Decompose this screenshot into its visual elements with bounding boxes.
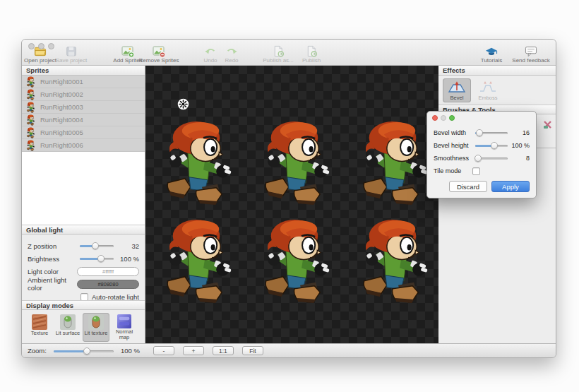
discard-button[interactable]: Discard bbox=[449, 181, 487, 192]
sprite-name: RunRight0005 bbox=[40, 129, 83, 136]
remove-sprites-icon bbox=[152, 45, 166, 57]
bevel-height-row: Bevel height 100 % bbox=[434, 139, 530, 152]
z-position-slider[interactable] bbox=[80, 241, 114, 251]
desktop: Open project Save project Add Sprites Re… bbox=[0, 0, 579, 392]
sprite-name: RunRight0003 bbox=[40, 103, 83, 111]
add-sprites-icon bbox=[121, 45, 135, 57]
canvas-sprite bbox=[357, 217, 436, 306]
toolbar-label: Redo bbox=[225, 57, 238, 64]
emboss-icon bbox=[479, 80, 497, 94]
zoom-slider[interactable] bbox=[54, 346, 114, 356]
sprite-list-item[interactable]: RunRight0005 bbox=[22, 126, 145, 139]
sprite-list-item[interactable]: RunRight0004 bbox=[22, 114, 145, 126]
mode-texture-button[interactable]: Texture bbox=[26, 313, 53, 342]
toolbar-label: Save project bbox=[56, 57, 87, 64]
sprite-name: RunRight0002 bbox=[40, 90, 83, 98]
sprite-name: RunRight0004 bbox=[40, 116, 83, 124]
partial-tool-button[interactable] bbox=[542, 119, 554, 135]
sprite-list-item[interactable]: RunRight0002 bbox=[22, 88, 145, 101]
zoom-bar: Zoom: 100 % - + 1:1 Fit bbox=[22, 343, 556, 357]
zoom-label: Zoom: bbox=[28, 347, 47, 355]
mode-label: Lit texture bbox=[85, 331, 108, 336]
canvas-sprite bbox=[357, 119, 436, 208]
bevel-height-label: Bevel height bbox=[434, 142, 472, 149]
brightness-slider[interactable] bbox=[80, 254, 114, 263]
zoom-fit-button[interactable]: Fit bbox=[242, 346, 263, 355]
tile-mode-label: Tile mode bbox=[434, 167, 472, 174]
toolbar-label: Tutorials bbox=[481, 57, 502, 64]
undo-icon bbox=[204, 45, 217, 57]
light-position-indicator[interactable] bbox=[177, 98, 189, 110]
sprite-thumbnail-icon bbox=[26, 76, 36, 88]
bevel-height-slider[interactable] bbox=[475, 141, 508, 150]
close-window-icon[interactable] bbox=[28, 43, 35, 49]
mode-lit-surface-button[interactable]: Lit surface bbox=[54, 313, 81, 342]
minimize-window-icon[interactable] bbox=[38, 43, 44, 49]
light-color-swatch-button[interactable]: #ffffff bbox=[77, 267, 139, 276]
ambient-light-color-swatch-button[interactable]: #808080 bbox=[77, 280, 139, 289]
smoothness-row: Smoothness 8 bbox=[434, 152, 530, 165]
zoom-window-icon[interactable] bbox=[48, 43, 54, 49]
bevel-effect-button[interactable]: Bevel bbox=[443, 78, 471, 102]
mode-normal-map-button[interactable]: Normal map bbox=[111, 313, 138, 342]
dialog-zoom-icon[interactable] bbox=[449, 115, 455, 121]
zoom-in-button[interactable]: + bbox=[183, 346, 204, 355]
ambient-light-color-label: Ambient light color bbox=[28, 276, 77, 292]
sprite-thumbnail-icon bbox=[26, 114, 36, 126]
canvas-sprite bbox=[258, 217, 338, 306]
bevel-width-slider[interactable] bbox=[475, 128, 508, 138]
mode-label: Texture bbox=[31, 331, 49, 336]
canvas-sprite bbox=[160, 217, 239, 306]
remove-sprites-button[interactable]: Remove Sprites bbox=[143, 45, 174, 64]
toolbar-label: Remove Sprites bbox=[139, 57, 179, 64]
auto-rotate-checkbox[interactable] bbox=[80, 293, 88, 301]
auto-rotate-label: Auto-rotate light bbox=[92, 293, 139, 301]
dialog-body: Bevel width 16 Bevel height 100 % Smooth… bbox=[427, 125, 536, 177]
tile-mode-checkbox[interactable] bbox=[472, 167, 480, 175]
publish-button: Publish bbox=[296, 45, 327, 64]
z-position-value: 32 bbox=[117, 242, 139, 250]
sprite-list-item[interactable]: RunRight0001 bbox=[22, 76, 145, 88]
effect-label: Bevel bbox=[450, 95, 464, 101]
emboss-effect-button[interactable]: Emboss bbox=[474, 78, 502, 102]
sprites-header: Sprites bbox=[22, 66, 145, 76]
zoom-out-button[interactable]: - bbox=[153, 346, 174, 355]
sprite-name: RunRight0006 bbox=[40, 141, 83, 149]
toolbar: Open project Save project Add Sprites Re… bbox=[22, 40, 556, 66]
display-modes-section: Texture Lit surface Lit texture Normal m… bbox=[22, 310, 145, 345]
publish-icon bbox=[305, 45, 318, 57]
dialog-close-icon[interactable] bbox=[432, 115, 438, 121]
lit-texture-mode-icon bbox=[88, 314, 104, 330]
zoom-one-to-one-button[interactable]: 1:1 bbox=[213, 346, 234, 355]
lit-surface-mode-icon bbox=[60, 314, 76, 330]
dialog-minimize-icon[interactable] bbox=[441, 115, 446, 121]
bevel-width-value: 16 bbox=[511, 129, 530, 136]
canvas-sprite bbox=[258, 119, 338, 208]
effects-header: Effects bbox=[438, 66, 556, 76]
workspace-canvas[interactable] bbox=[145, 66, 438, 345]
brightness-value: 100 % bbox=[117, 255, 139, 263]
mode-lit-texture-button[interactable]: Lit texture bbox=[83, 313, 109, 342]
undo-button: Undo bbox=[200, 45, 221, 64]
send-feedback-button[interactable]: Send feedback bbox=[509, 45, 553, 64]
toolbar-label: Open project bbox=[24, 57, 56, 64]
sprite-thumbnail-icon bbox=[26, 102, 36, 113]
normal-map-mode-icon bbox=[117, 314, 132, 328]
ambient-light-color-row: Ambient light color #808080 bbox=[28, 278, 139, 290]
sprite-list-item[interactable]: RunRight0006 bbox=[22, 139, 145, 152]
toolbar-label: Publish as... bbox=[263, 57, 294, 64]
toolbar-label: Add Sprites bbox=[113, 57, 142, 64]
bevel-icon bbox=[448, 80, 466, 94]
toolbar-label: Publish bbox=[302, 57, 321, 64]
dialog-window-controls bbox=[432, 115, 455, 121]
sprite-thumbnail-icon bbox=[26, 127, 36, 138]
save-project-icon bbox=[65, 45, 78, 57]
redo-button: Redo bbox=[221, 45, 242, 64]
global-light-section: Z position 32 Brightness 100 % bbox=[22, 234, 145, 300]
apply-button[interactable]: Apply bbox=[491, 181, 530, 192]
sprite-list-item[interactable]: RunRight0003 bbox=[22, 101, 145, 114]
dialog-buttons: Discard Apply bbox=[449, 181, 530, 192]
smoothness-slider[interactable] bbox=[475, 153, 508, 163]
tutorials-button[interactable]: Tutorials bbox=[474, 45, 509, 64]
light-color-label: Light color bbox=[28, 268, 77, 275]
